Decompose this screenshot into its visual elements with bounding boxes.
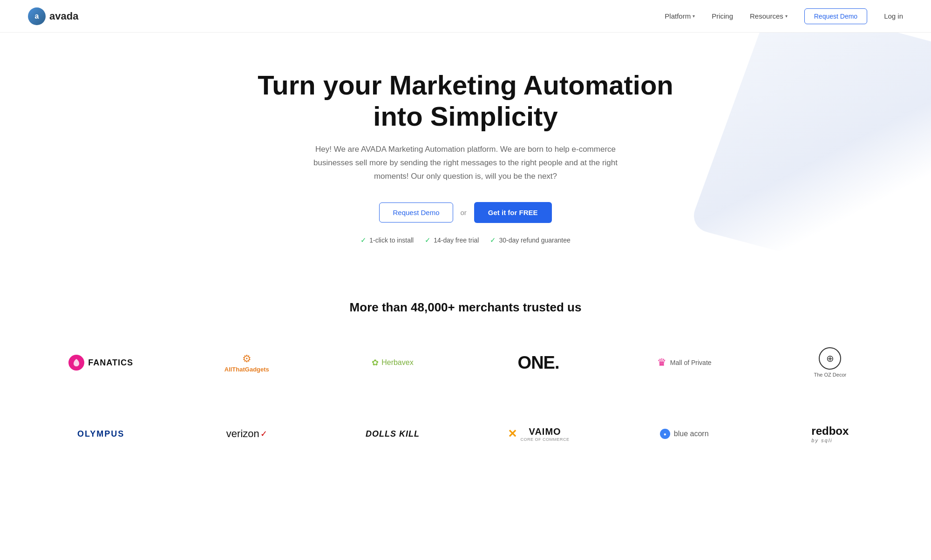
check-icon: ✓	[360, 236, 367, 244]
hero-subtitle: Hey! We are AVADA Marketing Automation p…	[298, 143, 633, 183]
logo-redbox: redbox by sqli	[757, 411, 903, 457]
vaimo-label: VAIMO	[521, 426, 570, 437]
herbavex-icon: ✿	[372, 358, 379, 368]
nav-request-demo-button[interactable]: Request Demo	[804, 8, 867, 24]
mop-label: Mall of Private	[670, 359, 712, 366]
one-label: ONE.	[518, 353, 559, 373]
olympus-label: OLYMPUS	[77, 429, 124, 439]
redbox-label: redbox	[811, 425, 849, 438]
logo-dollskill: DOLLS KILL	[319, 411, 465, 457]
logo-fanatics: FANATICS	[28, 339, 174, 386]
hero-get-free-button[interactable]: Get it for FREE	[474, 202, 552, 223]
logo[interactable]: a avada	[28, 7, 78, 25]
badge-trial: ✓ 14-day free trial	[425, 236, 479, 244]
mop-icon: ♛	[657, 357, 666, 369]
logo-allthatgadgets: ⚙ AllThatGadgets	[174, 339, 319, 386]
atg-label: AllThatGadgets	[224, 366, 269, 373]
trusted-section: More than 48,000+ merchants trusted us F…	[0, 272, 931, 518]
nav-links: Platform ▾ Pricing Resources ▾ Request D…	[665, 8, 903, 24]
logo-one: ONE.	[466, 339, 612, 386]
chevron-down-icon: ▾	[785, 13, 788, 19]
hero-title: Turn your Marketing Automation into Simp…	[233, 70, 699, 132]
logo-blueacorn: ● blue acorn	[612, 411, 757, 457]
hero-section: Turn your Marketing Automation into Simp…	[0, 33, 931, 272]
nav-platform[interactable]: Platform ▾	[665, 12, 695, 20]
ozdecor-icon: ⊕	[819, 347, 841, 370]
hero-content: Turn your Marketing Automation into Simp…	[28, 70, 903, 244]
verizon-label: verizon	[226, 428, 259, 440]
nav-pricing[interactable]: Pricing	[712, 12, 733, 20]
atg-symbol: ⚙	[242, 353, 251, 365]
badge-install: ✓ 1-click to install	[360, 236, 414, 244]
ozdecor-label: The OZ Decor	[814, 371, 847, 378]
logo-text: avada	[49, 10, 78, 22]
logo-herbavex: ✿ Herbavex	[319, 339, 465, 386]
logos-row-2: OLYMPUS verizon ✓ DOLLS KILL ✕ VAIMO COR…	[28, 411, 903, 457]
logo-verizon: verizon ✓	[174, 411, 319, 457]
blueacorn-icon: ●	[660, 429, 670, 439]
hero-badges: ✓ 1-click to install ✓ 14-day free trial…	[28, 236, 903, 244]
hero-cta: Request Demo or Get it for FREE	[28, 202, 903, 223]
logo-vaimo: ✕ VAIMO CORE OF COMMERCE	[466, 411, 612, 457]
fanatics-icon	[68, 355, 84, 371]
vaimo-sublabel: CORE OF COMMERCE	[521, 437, 570, 442]
herbavex-label: Herbavex	[381, 358, 413, 367]
navbar: a avada Platform ▾ Pricing Resources ▾ R…	[0, 0, 931, 33]
logo-mallofprivate: ♛ Mall of Private	[612, 339, 757, 386]
nav-login-link[interactable]: Log in	[884, 12, 903, 20]
check-icon: ✓	[425, 236, 431, 244]
trusted-title: More than 48,000+ merchants trusted us	[28, 300, 903, 315]
hero-or-text: or	[461, 209, 467, 216]
redbox-sublabel: by sqli	[811, 438, 832, 443]
fanatics-label: FANATICS	[88, 358, 133, 368]
logos-row-1: FANATICS ⚙ AllThatGadgets ✿ Herbavex ONE…	[28, 338, 903, 387]
blueacorn-label: blue acorn	[674, 430, 709, 438]
chevron-down-icon: ▾	[693, 13, 695, 19]
dollskill-label: DOLLS KILL	[366, 429, 420, 439]
logo-ozdecor: ⊕ The OZ Decor	[757, 338, 903, 387]
check-icon: ✓	[490, 236, 496, 244]
logo-icon: a	[28, 7, 46, 25]
badge-refund: ✓ 30-day refund guarantee	[490, 236, 570, 244]
verizon-check-icon: ✓	[260, 429, 267, 439]
nav-resources[interactable]: Resources ▾	[750, 12, 788, 20]
logo-olympus: OLYMPUS	[28, 411, 174, 457]
vaimo-icon: ✕	[508, 427, 517, 440]
hero-request-demo-button[interactable]: Request Demo	[379, 202, 453, 223]
